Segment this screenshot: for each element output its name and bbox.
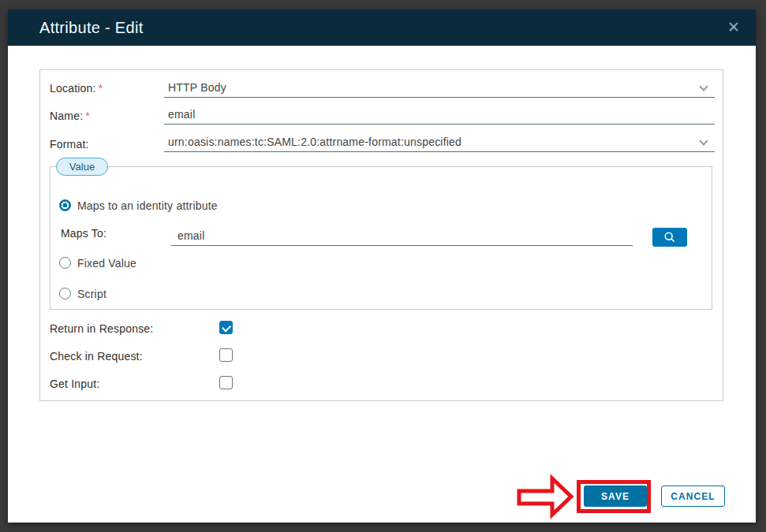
value-section: Maps to an identity attribute Maps To: e… [50, 166, 712, 310]
name-input[interactable]: email [164, 102, 715, 125]
screenshot-root: { "modal": { "title": "Attribute - Edit"… [0, 0, 766, 532]
radio-fixed-value-label[interactable]: Fixed Value [77, 257, 136, 270]
radio-maps-to-identity-label[interactable]: Maps to an identity attribute [77, 199, 218, 212]
radio-maps-to-identity[interactable] [59, 199, 71, 211]
name-value: email [168, 108, 195, 121]
maps-to-input[interactable]: email [171, 224, 633, 246]
name-label: Name:* [50, 109, 90, 123]
close-icon[interactable]: ✕ [724, 9, 743, 46]
location-select[interactable]: HTTP Body [164, 74, 715, 98]
get-input-label: Get Input: [50, 377, 99, 391]
attribute-edit-dialog: Attribute - Edit ✕ Location:* HTTP Body … [8, 9, 756, 523]
annotation-arrow-icon [511, 471, 577, 522]
format-select[interactable]: urn:oasis:names:tc:SAML:2.0:attrname-for… [164, 129, 715, 152]
chevron-down-icon [699, 82, 708, 91]
format-label: Format: [50, 137, 89, 151]
required-asterisk: * [99, 82, 103, 95]
value-tab[interactable]: Value [56, 158, 108, 176]
return-in-response-label: Return in Response: [50, 322, 153, 336]
chevron-down-icon [699, 136, 708, 145]
dialog-title: Attribute - Edit [39, 9, 144, 46]
check-in-request-checkbox[interactable] [219, 348, 233, 362]
search-icon [663, 231, 676, 244]
location-label: Location:* [50, 81, 103, 95]
return-in-response-checkbox[interactable] [219, 321, 233, 334]
name-label-text: Name: [50, 110, 83, 122]
check-in-request-label: Check in Request: [50, 349, 143, 363]
radio-script[interactable] [59, 288, 71, 299]
radio-fixed-value[interactable] [59, 257, 71, 269]
location-value: HTTP Body [168, 81, 226, 94]
attribute-form-panel: Location:* HTTP Body Name:* email Format… [39, 69, 723, 401]
location-label-text: Location: [50, 82, 96, 95]
dialog-header: Attribute - Edit ✕ [8, 9, 756, 46]
maps-to-search-button[interactable] [652, 228, 687, 247]
format-value: urn:oasis:names:tc:SAML:2.0:attrname-for… [168, 136, 461, 148]
save-button[interactable]: SAVE [584, 485, 647, 507]
radio-script-label[interactable]: Script [77, 288, 106, 300]
maps-to-value: email [177, 229, 204, 242]
get-input-checkbox[interactable] [219, 376, 233, 389]
format-label-text: Format: [50, 138, 89, 151]
maps-to-label: Maps To: [61, 226, 106, 240]
required-asterisk: * [85, 110, 90, 122]
cancel-button[interactable]: CANCEL [661, 485, 725, 507]
